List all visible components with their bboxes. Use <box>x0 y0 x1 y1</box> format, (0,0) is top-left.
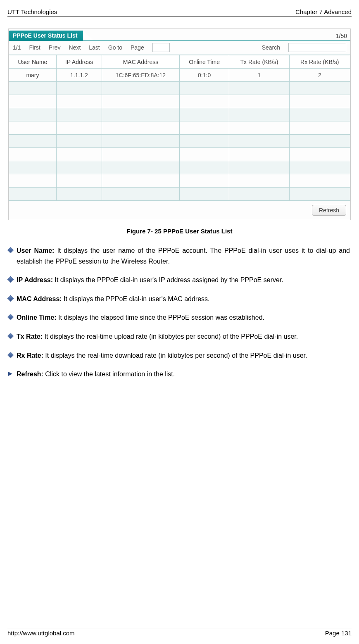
page-label: Page <box>131 44 144 51</box>
table-row-empty <box>9 135 350 148</box>
description-list: User Name: It displays the user name of … <box>7 245 352 380</box>
cell-user: mary <box>9 69 57 82</box>
table-row: mary1.1.1.21C:6F:65:ED:8A:120:1:012 <box>9 69 350 82</box>
doc-header-right: Chapter 7 Advanced <box>295 8 352 15</box>
table-row-empty <box>9 148 350 161</box>
table-header-row: User Name IP Address MAC Address Online … <box>9 55 350 69</box>
table-row-empty <box>9 95 350 108</box>
doc-header-left: UTT Technologies <box>7 8 57 15</box>
pager-status: 1/1 <box>13 44 21 51</box>
description-text: It displays the PPPoE dial-in user's MAC… <box>62 295 210 302</box>
description-term: Tx Rate: <box>17 333 43 340</box>
description-item: MAC Address: It displays the PPPoE dial-… <box>17 294 350 304</box>
goto-label: Go to <box>108 44 122 51</box>
last-link[interactable]: Last <box>89 44 100 51</box>
table-row-empty <box>9 161 350 174</box>
description-item: Tx Rate: It displays the real-time uploa… <box>17 331 350 342</box>
table-row-empty <box>9 82 350 95</box>
description-item: Rx Rate: It displays the real-time downl… <box>17 350 350 361</box>
description-term: MAC Address: <box>17 295 62 302</box>
refresh-button[interactable]: Refresh <box>312 205 346 216</box>
first-link[interactable]: First <box>29 44 40 51</box>
col-mac: MAC Address <box>102 55 180 69</box>
record-count: 1/50 <box>336 33 350 40</box>
prev-link[interactable]: Prev <box>49 44 61 51</box>
goto-input[interactable] <box>152 43 170 52</box>
description-item: Refresh: Click to view the latest inform… <box>17 369 350 380</box>
cell-ip: 1.1.1.2 <box>56 69 102 82</box>
description-text: Click to view the latest information in … <box>43 371 175 378</box>
description-term: Online Time: <box>17 314 57 321</box>
col-tx: Tx Rate (KB/s) <box>229 55 289 69</box>
table-row-empty <box>9 108 350 121</box>
description-text: It displays the elapsed time since the P… <box>57 314 264 321</box>
col-online: Online Time <box>179 55 229 69</box>
description-text: It displays the real-time download rate … <box>43 352 307 359</box>
description-term: Rx Rate: <box>17 352 43 359</box>
description-item: User Name: It displays the user name of … <box>17 245 350 266</box>
cell-rx: 2 <box>289 69 350 82</box>
description-item: Online Time: It displays the elapsed tim… <box>17 312 350 323</box>
panel-title-tab: PPPoE User Status List <box>9 31 83 40</box>
footer-page: Page 131 <box>325 630 352 637</box>
description-text: It displays the real-time upload rate (i… <box>43 333 298 340</box>
table-row-empty <box>9 174 350 188</box>
col-rx: Rx Rate (KB/s) <box>289 55 350 69</box>
cell-tx: 1 <box>229 69 289 82</box>
cell-mac: 1C:6F:65:ED:8A:12 <box>102 69 180 82</box>
description-text: It displays the user name of the PPPoE a… <box>17 247 350 265</box>
doc-footer: http://www.uttglobal.com Page 131 <box>7 628 352 637</box>
figure-caption: Figure 7- 25 PPPoE User Status List <box>7 228 352 235</box>
description-term: User Name: <box>17 247 54 254</box>
description-item: IP Address: It displays the PPPoE dial-i… <box>17 275 350 285</box>
pagination-toolbar: 1/1 First Prev Next Last Go to Page Sear… <box>9 40 350 55</box>
search-input[interactable] <box>288 43 346 52</box>
description-text: It displays the PPPoE dial-in user's IP … <box>53 276 283 283</box>
status-table: User Name IP Address MAC Address Online … <box>9 55 350 201</box>
table-row-empty <box>9 188 350 201</box>
description-term: Refresh: <box>17 371 43 378</box>
screenshot-panel: PPPoE User Status List 1/50 1/1 First Pr… <box>8 29 351 220</box>
description-term: IP Address: <box>17 276 53 283</box>
table-row-empty <box>9 121 350 135</box>
col-ip: IP Address <box>56 55 102 69</box>
cell-online: 0:1:0 <box>179 69 229 82</box>
footer-url: http://www.uttglobal.com <box>7 630 75 637</box>
search-label: Search <box>262 44 280 51</box>
col-username: User Name <box>9 55 57 69</box>
next-link[interactable]: Next <box>69 44 81 51</box>
doc-header: UTT Technologies Chapter 7 Advanced <box>7 8 352 17</box>
